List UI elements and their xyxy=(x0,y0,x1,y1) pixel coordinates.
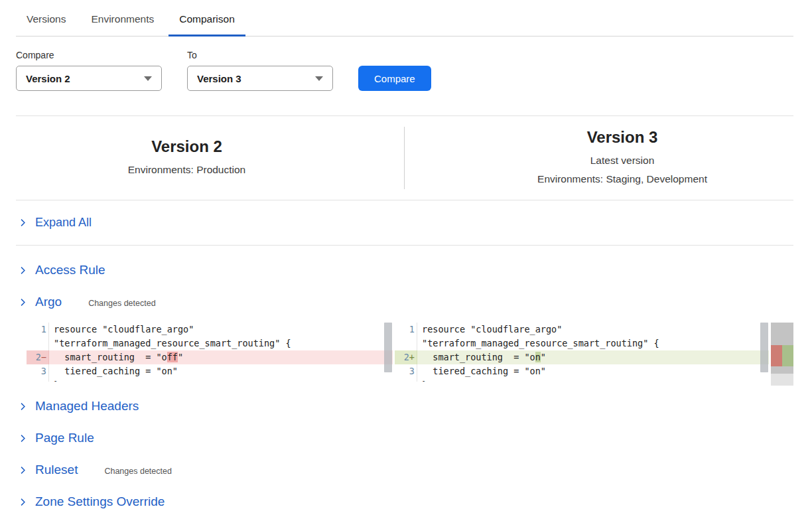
diff-overview-ruler xyxy=(771,323,793,374)
scrollbar-thumb[interactable] xyxy=(384,323,392,372)
section-label: Ruleset xyxy=(35,463,78,477)
page: Versions Environments Comparison Compare… xyxy=(16,0,793,509)
line-number xyxy=(395,336,417,350)
line-number: 1 xyxy=(395,323,417,336)
compare-from-select[interactable]: Version 2 xyxy=(16,66,162,91)
section-page-rule[interactable]: Page Rule xyxy=(16,431,793,445)
code-text: smart_routing = "on" xyxy=(417,350,546,364)
section-access-rule[interactable]: Access Rule xyxy=(16,263,793,277)
tab-bar: Versions Environments Comparison xyxy=(16,0,793,37)
diff-row: "terraform_managed_resource_smart_routin… xyxy=(395,336,769,350)
section-ruleset[interactable]: Ruleset Changes detected xyxy=(16,463,793,477)
diff-row: 3 tiered_caching = "on" xyxy=(27,364,393,378)
section-label: Access Rule xyxy=(35,263,105,277)
word-diff-highlight: n xyxy=(535,352,541,362)
diff-row: 1resource "cloudflare_argo" xyxy=(395,323,769,336)
version-right-environments: Environments: Staging, Development xyxy=(451,170,793,188)
code-text: "terraform_managed_resource_smart_routin… xyxy=(49,336,291,350)
line-number xyxy=(27,336,49,350)
expand-all-label: Expand All xyxy=(35,216,92,230)
version-header-right: Version 3 Latest version Environments: S… xyxy=(405,128,793,188)
diff-row: 1resource "cloudflare_argo" xyxy=(27,323,393,336)
version-headers: Version 2 Environments: Production Versi… xyxy=(16,116,793,200)
compare-to-value: Version 3 xyxy=(197,73,241,84)
changes-detected-badge: Changes detected xyxy=(104,467,171,476)
version-left-environments: Environments: Production xyxy=(16,161,358,179)
removed-marker xyxy=(771,345,782,366)
chevron-right-icon xyxy=(19,266,27,275)
line-number: 2− xyxy=(27,350,49,364)
version-header-left: Version 2 Environments: Production xyxy=(16,127,405,189)
code-text: resource "cloudflare_argo" xyxy=(49,323,194,336)
chevron-right-icon xyxy=(19,218,27,227)
removed-sign: − xyxy=(41,352,46,362)
tab-comparison[interactable]: Comparison xyxy=(169,11,245,36)
compare-from-value: Version 2 xyxy=(26,73,70,84)
scrollbar-thumb[interactable] xyxy=(760,323,768,372)
compare-to-select[interactable]: Version 3 xyxy=(187,66,333,91)
chevron-right-icon xyxy=(19,466,27,475)
code-text: resource "cloudflare_argo" xyxy=(417,323,562,336)
changes-detected-badge: Changes detected xyxy=(88,299,155,308)
added-marker xyxy=(782,345,793,366)
code-text: } xyxy=(417,378,427,382)
code-text: smart_routing = "off" xyxy=(49,350,183,364)
compare-button[interactable]: Compare xyxy=(358,66,431,91)
diff-overview-tail xyxy=(771,374,793,386)
diff-row: 4} xyxy=(395,378,769,382)
section-label: Zone Settings Override xyxy=(35,494,165,509)
diff-row: "terraform_managed_resource_smart_routin… xyxy=(27,336,393,350)
compare-from-label: Compare xyxy=(16,50,162,60)
version-right-title: Version 3 xyxy=(451,128,793,147)
chevron-down-icon xyxy=(315,76,323,81)
compare-controls: Compare Version 2 To Version 3 Compare xyxy=(16,50,793,91)
line-number: 1 xyxy=(27,323,49,336)
diff-overview-markers xyxy=(771,345,793,366)
left-pane-scrollbar[interactable] xyxy=(383,323,393,382)
section-label: Argo xyxy=(35,295,62,309)
code-text: "terraform_managed_resource_smart_routin… xyxy=(417,336,659,350)
line-number: 4 xyxy=(395,378,417,382)
version-right-subtitle: Latest version xyxy=(451,151,793,170)
word-diff-highlight: ff xyxy=(167,352,178,362)
code-text: tiered_caching = "on" xyxy=(417,364,546,378)
tab-versions[interactable]: Versions xyxy=(16,11,76,36)
section-label: Page Rule xyxy=(35,431,94,445)
added-sign: + xyxy=(409,352,415,362)
chevron-down-icon xyxy=(144,76,152,81)
diff-row: 2− smart_routing = "off" xyxy=(27,350,393,364)
code-text: } xyxy=(49,378,59,382)
diff-pane-left: 1resource "cloudflare_argo""terraform_ma… xyxy=(27,323,393,382)
chevron-right-icon xyxy=(19,498,27,506)
diff-pane-right: 1resource "cloudflare_argo""terraform_ma… xyxy=(395,323,769,382)
diff-viewer: 1resource "cloudflare_argo""terraform_ma… xyxy=(27,323,793,382)
chevron-right-icon xyxy=(19,402,27,411)
compare-from-field: Compare Version 2 xyxy=(16,50,162,91)
line-number: 2+ xyxy=(395,350,417,364)
line-number: 4 xyxy=(27,378,49,382)
code-text: tiered_caching = "on" xyxy=(49,364,178,378)
version-left-title: Version 2 xyxy=(16,137,358,156)
chevron-right-icon xyxy=(19,298,27,307)
line-number: 3 xyxy=(395,364,417,378)
expand-all-button[interactable]: Expand All xyxy=(16,200,793,246)
section-zone-settings-override[interactable]: Zone Settings Override xyxy=(16,494,793,509)
section-managed-headers[interactable]: Managed Headers xyxy=(16,399,793,413)
diff-row: 4} xyxy=(27,378,393,382)
section-argo[interactable]: Argo Changes detected xyxy=(16,295,793,309)
tab-environments[interactable]: Environments xyxy=(80,11,165,36)
diff-row: 3 tiered_caching = "on" xyxy=(395,364,769,378)
line-number: 3 xyxy=(27,364,49,378)
chevron-right-icon xyxy=(19,434,27,443)
diff-row: 2+ smart_routing = "on" xyxy=(395,350,769,364)
compare-to-field: To Version 3 xyxy=(187,50,333,91)
right-pane-scrollbar[interactable] xyxy=(760,323,769,382)
compare-to-label: To xyxy=(187,50,333,60)
section-label: Managed Headers xyxy=(35,399,139,413)
